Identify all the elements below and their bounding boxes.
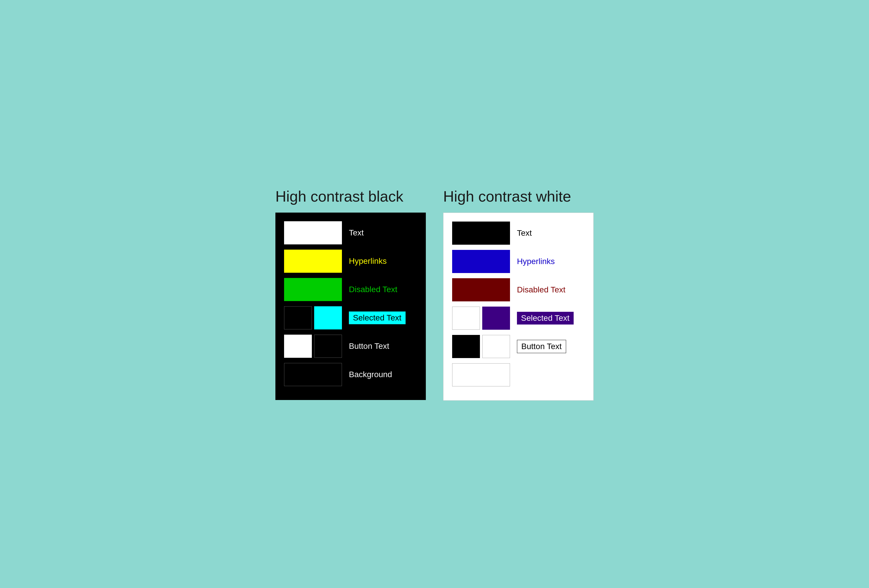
white-button-row: Button Text: [452, 335, 585, 358]
black-selected-row: Selected Text: [284, 306, 417, 329]
black-section-title: High contrast black: [276, 187, 403, 205]
white-selected-swatch-pair: [452, 307, 510, 330]
black-panel: Text Hyperlinks Disabled Text Selected T…: [276, 213, 426, 400]
white-selected-swatch-fg: [482, 307, 510, 330]
white-panel: Text Hyperlinks Disabled Text Selected T…: [443, 213, 593, 401]
white-section-title: High contrast white: [443, 187, 571, 205]
white-section: High contrast white Text Hyperlinks Disa…: [443, 187, 593, 400]
black-button-label: Button Text: [349, 342, 389, 351]
black-disabled-label: Disabled Text: [349, 285, 397, 294]
black-disabled-row: Disabled Text: [284, 278, 417, 301]
black-button-swatch-bg: [314, 335, 342, 358]
white-disabled-row: Disabled Text: [452, 278, 585, 301]
white-button-swatch-pair: [452, 335, 510, 358]
black-text-row: Text: [284, 221, 417, 244]
white-selected-label: Selected Text: [517, 312, 574, 324]
black-button-swatch-fg: [284, 335, 312, 358]
black-selected-swatch-fg: [314, 306, 342, 329]
black-selected-label: Selected Text: [349, 311, 406, 324]
white-text-swatch: [452, 222, 510, 245]
white-button-swatch-fg: [452, 335, 480, 358]
white-disabled-swatch: [452, 278, 510, 301]
black-disabled-swatch: [284, 278, 342, 301]
white-text-label: Text: [517, 228, 532, 238]
white-background-swatch: [452, 363, 510, 387]
black-selected-swatch-bg: [284, 306, 312, 329]
page-wrapper: High contrast black Text Hyperlinks Disa…: [232, 187, 637, 400]
white-hyperlinks-row: Hyperlinks: [452, 250, 585, 273]
black-button-row: Button Text: [284, 335, 417, 358]
white-hyperlinks-label: Hyperlinks: [517, 257, 555, 266]
black-button-swatch-pair: [284, 335, 342, 358]
black-selected-swatch-pair: [284, 306, 342, 329]
black-background-swatch: [284, 363, 342, 386]
white-text-row: Text: [452, 222, 585, 245]
white-selected-swatch-bg: [452, 307, 480, 330]
black-background-row: Background: [284, 363, 417, 386]
black-section: High contrast black Text Hyperlinks Disa…: [276, 187, 426, 400]
white-disabled-label: Disabled Text: [517, 285, 565, 295]
black-hyperlinks-label: Hyperlinks: [349, 256, 387, 266]
white-button-swatch-bg: [482, 335, 510, 358]
black-hyperlinks-row: Hyperlinks: [284, 250, 417, 273]
white-selected-row: Selected Text: [452, 307, 585, 330]
black-text-label: Text: [349, 228, 363, 237]
black-text-swatch: [284, 221, 342, 244]
white-button-label: Button Text: [517, 340, 566, 353]
white-background-row: [452, 363, 585, 387]
black-hyperlinks-swatch: [284, 250, 342, 273]
black-background-label: Background: [349, 370, 392, 379]
white-hyperlinks-swatch: [452, 250, 510, 273]
